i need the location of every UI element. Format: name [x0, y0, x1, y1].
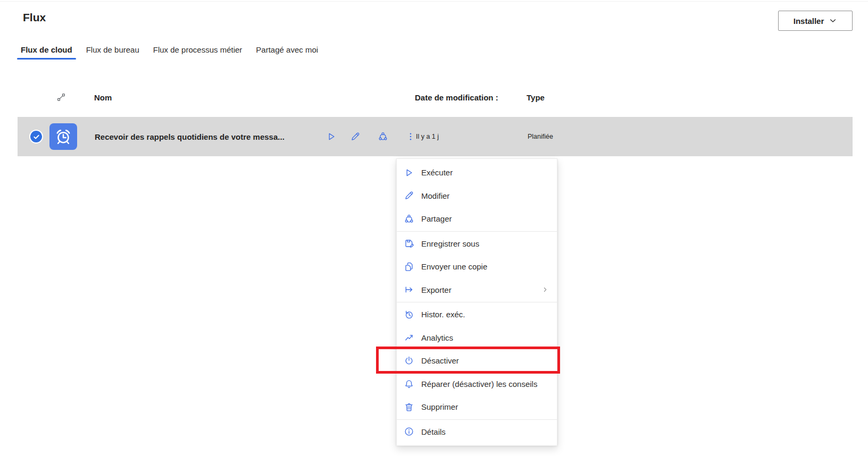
- menu-item-analytics[interactable]: Analytics: [397, 326, 557, 350]
- flow-order-icon: [56, 92, 66, 102]
- menu-item-label: Envoyer une copie: [421, 262, 487, 271]
- menu-item-label: Désactiver: [421, 356, 459, 365]
- menu-item-label: Exporter: [421, 285, 452, 294]
- menu-item-turn-off[interactable]: Désactiver: [397, 349, 557, 373]
- tab-label: Flux de cloud: [21, 45, 72, 54]
- menu-divider: [397, 419, 557, 420]
- power-icon: [404, 356, 414, 366]
- tab-desktop-flows[interactable]: Flux de bureau: [81, 45, 144, 61]
- flow-type-value: Planifiée: [528, 117, 553, 156]
- menu-item-run-history[interactable]: Histor. exéc.: [397, 303, 557, 326]
- install-button[interactable]: Installer: [778, 11, 853, 31]
- chevron-right-icon: [541, 285, 549, 294]
- table-header: Nom Date de modification : Type: [0, 92, 868, 104]
- history-icon: [404, 309, 414, 320]
- menu-item-label: Analytics: [421, 333, 453, 342]
- menu-item-label: Détails: [421, 427, 446, 436]
- menu-item-save-as[interactable]: Enregistrer sous: [397, 232, 557, 256]
- play-icon: [404, 167, 414, 178]
- menu-item-delete[interactable]: Supprimer: [397, 395, 557, 419]
- play-icon[interactable]: [326, 131, 337, 142]
- column-header-type: Type: [527, 93, 545, 102]
- check-circle-icon: [32, 132, 41, 141]
- menu-item-label: Modifier: [421, 191, 449, 200]
- menu-item-label: Réparer (désactiver) les conseils: [421, 379, 537, 389]
- share-icon: [404, 214, 414, 224]
- row-selected-checkbox[interactable]: [29, 130, 43, 143]
- tab-label: Partagé avec moi: [256, 45, 318, 54]
- bell-icon: [404, 378, 414, 389]
- pencil-icon[interactable]: [350, 131, 361, 142]
- info-icon: [404, 426, 414, 437]
- menu-item-label: Exécuter: [421, 168, 453, 177]
- menu-item-send-copy[interactable]: Envoyer une copie: [397, 255, 557, 278]
- trash-icon: [404, 402, 414, 412]
- menu-item-edit[interactable]: Modifier: [397, 184, 557, 208]
- column-header-name: Nom: [94, 93, 112, 102]
- flows-page: Flux Installer Flux de cloud Flux de bur…: [0, 0, 868, 456]
- menu-item-export[interactable]: Exporter: [397, 278, 557, 302]
- top-divider: [0, 1, 868, 2]
- alarm-clock-icon: [54, 128, 72, 146]
- menu-item-label: Enregistrer sous: [421, 239, 479, 248]
- menu-item-share[interactable]: Partager: [397, 207, 557, 231]
- menu-item-repair-tips[interactable]: Réparer (désactiver) les conseils: [397, 373, 557, 396]
- menu-item-label: Histor. exéc.: [421, 310, 465, 319]
- pencil-icon: [404, 190, 414, 201]
- menu-divider: [397, 302, 557, 302]
- save-as-icon: [404, 238, 414, 249]
- context-menu: Exécuter Modifier Partager Enregistrer s…: [396, 158, 557, 446]
- menu-item-label: Partager: [421, 214, 452, 223]
- tab-label: Flux de bureau: [86, 45, 139, 54]
- export-icon: [404, 284, 414, 295]
- analytics-icon: [404, 332, 414, 343]
- chevron-down-icon: [829, 16, 837, 25]
- menu-divider: [397, 231, 557, 232]
- table-row[interactable]: Recevoir des rappels quotidiens de votre…: [18, 117, 853, 156]
- page-title: Flux: [23, 11, 46, 24]
- flow-modified-date: Il y a 1 j: [416, 117, 439, 156]
- flow-name[interactable]: Recevoir des rappels quotidiens de votre…: [95, 117, 285, 156]
- more-vertical-icon[interactable]: [405, 131, 416, 142]
- menu-item-label: Supprimer: [421, 402, 458, 411]
- flow-type-tile: [49, 123, 77, 150]
- active-tab-underline: [17, 58, 76, 60]
- menu-item-run[interactable]: Exécuter: [397, 161, 557, 184]
- tab-bar: Flux de cloud Flux de bureau Flux de pro…: [16, 40, 323, 61]
- tab-business-process-flows[interactable]: Flux de processus métier: [148, 45, 247, 61]
- tab-shared-with-me[interactable]: Partagé avec moi: [251, 45, 323, 61]
- column-header-modified: Date de modification :: [415, 93, 498, 102]
- menu-item-details[interactable]: Détails: [397, 420, 557, 444]
- tab-cloud-flows[interactable]: Flux de cloud: [16, 45, 77, 61]
- install-button-label: Installer: [794, 16, 824, 26]
- share-icon[interactable]: [378, 131, 388, 142]
- copy-icon: [404, 261, 414, 272]
- tab-label: Flux de processus métier: [153, 45, 243, 54]
